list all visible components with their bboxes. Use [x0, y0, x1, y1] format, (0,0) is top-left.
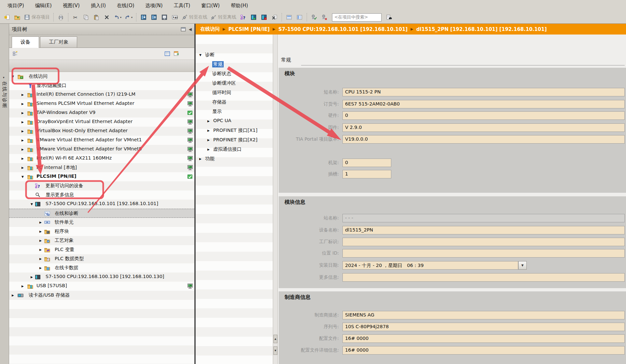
article-number-field[interactable]: 6ES7 515-2AM02-0AB0 — [342, 100, 625, 108]
chevron-down-icon[interactable]: ▼ — [12, 75, 14, 78]
tab-devices[interactable]: 设备 — [12, 36, 39, 48]
plant-designation-field[interactable] — [342, 238, 625, 246]
installation-date-dropdown-button[interactable]: ▼ — [518, 261, 527, 270]
menu-item-help[interactable]: 帮助(H) — [225, 1, 254, 10]
tree-view-toggle-icon[interactable] — [12, 51, 18, 57]
undo-button[interactable]: ▾ — [112, 12, 123, 22]
download-to-device-button[interactable] — [139, 12, 148, 22]
undo-dropdown-icon[interactable]: ▾ — [120, 16, 121, 19]
tree-item-online-access[interactable]: ▼在线访问 — [9, 72, 194, 81]
chevron-right-icon[interactable]: ▶ — [39, 266, 42, 270]
scroll-up-button[interactable]: ▲ — [273, 335, 277, 343]
chevron-right-icon[interactable]: ▶ — [21, 166, 24, 169]
tree-item-vmware-vmnet8[interactable]: ▶VMware Virtual Ethernet Adapter for VMn… — [9, 145, 194, 154]
breadcrumb-segment[interactable]: 在线访问 — [200, 26, 220, 32]
tree-item-card-reader-usb[interactable]: ▶读卡器/USB 存储器 — [9, 291, 194, 300]
chevron-right-icon[interactable]: ▶ — [39, 221, 42, 224]
chevron-right-icon[interactable]: ▶ — [207, 119, 210, 123]
chevron-right-icon[interactable]: ▶ — [39, 257, 42, 260]
tree-item-update-accessible-devices[interactable]: ?更新可访问的设备 — [9, 181, 194, 190]
tree-item-tap-windows[interactable]: ▶TAP-Windows Adapter V9 — [9, 108, 194, 118]
chevron-right-icon[interactable]: ▶ — [39, 248, 42, 251]
additional-info-field[interactable] — [342, 273, 625, 282]
online-diagnostics-vertical-tab[interactable]: 在线与诊断 — [1, 81, 7, 109]
chevron-down-icon[interactable]: ▼ — [31, 203, 33, 206]
rack-field[interactable]: 0 — [342, 159, 391, 167]
split-vertical-button[interactable] — [295, 12, 304, 22]
diag-nav-diagnostic-status[interactable]: 诊断状态 — [196, 69, 273, 78]
chevron-down-icon[interactable]: ▼ — [199, 53, 202, 57]
chevron-right-icon[interactable]: ▶ — [207, 129, 210, 132]
serial-number-field[interactable]: 10S C-80P94j2878 — [342, 323, 625, 331]
breadcrumb-segment[interactable]: dl1515_2PN [192.168.10.101] [192.168.10.… — [416, 26, 547, 32]
copy-button[interactable] — [81, 12, 91, 22]
split-horizontal-button[interactable] — [284, 12, 294, 22]
snapshot-discard-button[interactable]: 1.1 — [320, 12, 329, 22]
breadcrumb-segment[interactable]: PLCSIM [PN/IE] — [228, 26, 270, 32]
tree-item-siemens-plcsim-adapter[interactable]: ▶Siemens PLCSIM Virtual Ethernet Adapter — [9, 99, 194, 108]
menu-item-window[interactable]: 窗口(W) — [196, 1, 225, 10]
hardware-field[interactable]: 0 — [342, 111, 625, 120]
table-view-icon[interactable] — [164, 51, 170, 57]
diag-nav-diagnostics-buffer[interactable]: 诊断缓冲区 — [196, 78, 273, 88]
project-search-input[interactable] — [332, 13, 382, 21]
chevron-right-icon[interactable]: ▶ — [21, 157, 24, 160]
diag-nav-general[interactable]: 常规 — [196, 60, 273, 69]
tree-item-software-units[interactable]: ▶软件单元 — [9, 218, 194, 227]
menu-item-insert[interactable]: 插入(I) — [85, 1, 111, 10]
tree-item-intel-wifi[interactable]: ▶Intel(R) Wi-Fi 6E AX211 160MHz — [9, 154, 194, 163]
chevron-right-icon[interactable]: ▶ — [21, 148, 24, 151]
tree-item-pc-internal[interactable]: ▶PC internal [本地] — [9, 163, 194, 172]
tree-item-draybox-vpn[interactable]: ▶DrayBoxVpnEnt Virtual Ethernet Adapter — [9, 118, 194, 127]
breadcrumb-segment[interactable]: S7-1500 CPU:192.168.10.101 [192.168.10.1… — [278, 26, 408, 32]
chevron-right-icon[interactable]: ▶ — [21, 139, 24, 142]
diag-nav-display[interactable]: 显示 — [196, 107, 273, 116]
slot-field[interactable]: 1 — [342, 170, 391, 178]
diag-nav-profinet-x1[interactable]: ▶PROFINET 接口[X1] — [196, 126, 273, 135]
menu-item-edit[interactable]: 编辑(E) — [30, 1, 57, 10]
start-cpu-button[interactable] — [249, 12, 258, 22]
manufacturer-description-field[interactable]: SIEMENS AG — [342, 311, 625, 319]
tree-item-virtualbox-adapter[interactable]: ▶VirtualBox Host-Only Ethernet Adapter — [9, 127, 194, 136]
tree-item-intel-ethernet[interactable]: ▶Intel(R) Ethernet Connection (17) I219-… — [9, 90, 194, 99]
firmware-field[interactable]: V 2.9.0 — [342, 123, 625, 132]
short-designation-field[interactable]: CPU 1515-2 PN — [342, 88, 625, 96]
tab-plant-objects[interactable]: 工厂对象 — [40, 36, 77, 48]
chevron-down-icon[interactable]: ▼ — [21, 175, 24, 178]
tree-item-plcsim-pnie[interactable]: ▼PLCSIM [PN/IE] — [9, 172, 194, 181]
chevron-right-icon[interactable]: ▶ — [21, 111, 24, 115]
tree-item-cpu-192-168-10-101[interactable]: ▼S7-1500 CPU:192.168.10.101 [192.168.10.… — [9, 200, 194, 209]
accessible-devices-button[interactable]: ? — [238, 12, 248, 22]
chevron-right-icon[interactable]: ▶ — [21, 285, 24, 288]
print-button[interactable] — [56, 12, 66, 22]
chevron-right-icon[interactable]: ▶ — [21, 130, 24, 133]
menu-item-project[interactable]: 项目(P) — [2, 1, 30, 10]
chevron-right-icon[interactable]: ▶ — [31, 275, 33, 279]
stop-cpu-button[interactable] — [259, 12, 269, 22]
chevron-right-icon[interactable]: ▶ — [21, 102, 24, 105]
cut-button[interactable]: ✂ — [71, 12, 80, 22]
installation-date-field[interactable]: 2024 - 十月 - 20 ，星期日 06 : 39 — [342, 261, 518, 270]
diag-nav-cycle-time[interactable]: 循环时间 — [196, 88, 273, 97]
new-project-button[interactable]: ✱ — [2, 12, 12, 22]
snapshot-apply-button[interactable]: 1.1 — [309, 12, 319, 22]
redo-dropdown-icon[interactable]: ▾ — [131, 16, 132, 19]
redo-button[interactable]: ▾ — [123, 12, 134, 22]
tia-portal-version-field[interactable]: V19.0.0.0 — [342, 135, 625, 144]
diag-nav-virtual-comm-interface[interactable]: ▶虚拟通信接口 — [196, 145, 273, 154]
diagnostics-scrollbar[interactable]: ▲ ▼ — [273, 35, 278, 364]
go-online-button[interactable]: 转至在线 — [180, 12, 209, 22]
menu-item-online[interactable]: 在线(O) — [111, 1, 140, 10]
cross-reference-button[interactable] — [270, 12, 279, 22]
panel-float-icon[interactable] — [180, 26, 186, 32]
find-in-project-button[interactable] — [384, 12, 394, 22]
profile-field[interactable]: 16# 0000 — [342, 334, 625, 343]
diag-nav-profinet-x2[interactable]: ▶PROFINET 接口[X2] — [196, 135, 273, 145]
go-offline-button[interactable]: 转至离线 — [209, 12, 238, 22]
upload-from-device-button[interactable] — [149, 12, 159, 22]
diag-nav-opc-ua[interactable]: ▶OPC UA — [196, 116, 273, 126]
tree-item-technology-objects[interactable]: ▶工艺对象 — [9, 236, 194, 245]
chevron-right-icon[interactable]: ▶ — [39, 239, 42, 242]
location-id-field[interactable] — [342, 249, 625, 258]
chevron-right-icon[interactable]: ▶ — [21, 93, 24, 96]
